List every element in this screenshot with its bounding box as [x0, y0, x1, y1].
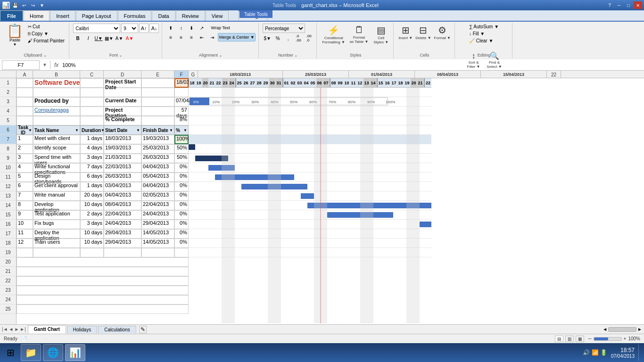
cell-a17[interactable]: 11 [17, 229, 33, 239]
row-num-5[interactable]: 5 [0, 116, 16, 125]
align-middle-btn[interactable]: ↕ [176, 24, 186, 32]
fill-btn[interactable]: ↓ Fill ▼ [468, 31, 500, 37]
tab-insert[interactable]: Insert [50, 10, 75, 21]
row-num-24[interactable]: 24 [0, 295, 16, 304]
align-left-btn[interactable]: ≡ [166, 33, 175, 41]
align-right-btn[interactable]: ≡ [187, 33, 196, 41]
sheet-tab-calculations[interactable]: Calculations [98, 326, 136, 333]
zoom-in-btn[interactable]: + [624, 336, 627, 341]
cell-b14[interactable]: Develop application [33, 201, 80, 210]
sheet-tab-gantt[interactable]: Gantt Chart [28, 325, 66, 334]
cell-d18[interactable]: 29/04/2013 [104, 239, 141, 248]
cell-f1[interactable]: 18/03/2013 [174, 78, 189, 88]
tab-review[interactable]: Review [176, 10, 205, 21]
fill-color-button[interactable]: A▼ [115, 34, 124, 42]
cell-d8[interactable]: 19/03/2013 [104, 144, 141, 154]
sheet-nav-next[interactable]: ► [14, 327, 19, 332]
cell-f11[interactable]: 0% [174, 173, 189, 182]
tab-data[interactable]: Data [152, 10, 175, 21]
cell-f8[interactable]: 50% [174, 144, 189, 154]
formula-expand-btn[interactable]: ▼ [41, 62, 48, 67]
cell-a1[interactable] [17, 78, 33, 88]
dec-decrease-btn[interactable]: .00.0 [304, 34, 314, 42]
col-header-a[interactable]: A [17, 71, 33, 78]
cell-f5[interactable]: 8% [174, 116, 189, 125]
format-as-table-btn[interactable]: 🗒 Formatas Table ▼ [348, 24, 370, 45]
sheet-nav-first[interactable]: |◄ [2, 327, 8, 332]
cell-c1[interactable] [80, 78, 104, 88]
font-color-button[interactable]: A▼ [125, 34, 134, 42]
cell-e18[interactable]: 14/05/2013 [141, 239, 174, 248]
cell-e5[interactable] [141, 116, 174, 125]
cell-d14[interactable]: 08/04/2013 [104, 201, 141, 210]
cell-f4[interactable]: 57 days [174, 107, 189, 116]
cell-b15[interactable]: Test application [33, 210, 80, 220]
row-num-4[interactable]: 4 [0, 107, 16, 116]
taskbar-app-excel[interactable]: 📊 [65, 344, 85, 361]
cell-c3[interactable] [80, 97, 104, 107]
cell-c16[interactable]: 3 days [80, 220, 104, 229]
cell-a7[interactable]: 1 [17, 135, 33, 144]
cell-a5[interactable] [17, 116, 33, 125]
cell-e13[interactable]: 02/05/2013 [141, 191, 174, 201]
cell-e8[interactable]: 25/03/2013 [141, 144, 174, 154]
page-layout-view-btn[interactable]: ▥ [565, 336, 574, 342]
scroll-thumb[interactable] [608, 327, 636, 332]
sheet-nav-prev[interactable]: ◄ [9, 327, 14, 332]
col-header-f[interactable]: F [174, 71, 189, 78]
cell-e19[interactable] [141, 248, 174, 257]
cell-d12[interactable]: 03/04/2013 [104, 182, 141, 191]
cell-abcdef-22[interactable] [17, 276, 189, 286]
row-num-8[interactable]: 8 [0, 144, 16, 154]
col-header-c[interactable]: C [80, 71, 104, 78]
redo-quick-btn[interactable]: ↪ [29, 1, 37, 9]
row-num-2[interactable]: 2 [0, 88, 16, 97]
row-num-12[interactable]: 12 [0, 182, 16, 191]
cell-f10[interactable]: 0% [174, 163, 189, 173]
cell-e4[interactable] [141, 107, 174, 116]
dec-increase-btn[interactable]: .0.00 [294, 34, 303, 42]
col-header-g[interactable]: G [189, 71, 198, 78]
cell-abcdef-23[interactable] [17, 286, 189, 295]
cell-a6[interactable]: Task ID ▼ [17, 125, 33, 135]
cell-a3[interactable] [17, 97, 33, 107]
cell-c4[interactable] [80, 107, 104, 116]
cell-c14[interactable]: 10 days [80, 201, 104, 210]
cell-f18[interactable]: 0% [174, 239, 189, 248]
cell-abcdef-21[interactable] [17, 267, 189, 276]
row-num-25[interactable]: 25 [0, 304, 16, 314]
cell-f19[interactable] [174, 248, 189, 257]
cell-d4[interactable]: Project Duration [104, 107, 141, 116]
cell-c11[interactable]: 6 days [80, 173, 104, 182]
cell-b13[interactable]: Write manual [33, 191, 80, 201]
cut-button[interactable]: ✂ Cut [26, 24, 66, 30]
cell-c13[interactable]: 20 days [80, 191, 104, 201]
row-num-21[interactable]: 21 [0, 267, 16, 276]
row-num-18[interactable]: 18 [0, 239, 16, 248]
underline-button[interactable]: U▼ [94, 34, 103, 42]
cell-e2[interactable] [141, 88, 174, 97]
cell-e17[interactable]: 14/05/2013 [141, 229, 174, 239]
taskbar-app-explorer[interactable]: 📁 [21, 344, 41, 361]
cell-c17[interactable]: 10 days [80, 229, 104, 239]
cell-e14[interactable]: 22/04/2013 [141, 201, 174, 210]
cell-f16[interactable]: 0% [174, 220, 189, 229]
help-btn[interactable]: ? [605, 1, 614, 9]
cell-b17[interactable]: Deploy the application [33, 229, 80, 239]
font-family-select[interactable]: Calibri [73, 24, 120, 33]
cell-d15[interactable]: 22/04/2013 [104, 210, 141, 220]
cell-b5[interactable] [33, 116, 80, 125]
cell-d16[interactable]: 24/04/2013 [104, 220, 141, 229]
cell-b3[interactable]: Produced by [33, 97, 80, 107]
sheet-tab-holidays[interactable]: Holidays [67, 326, 97, 333]
cell-c5[interactable] [80, 116, 104, 125]
cell-e12[interactable]: 04/04/2013 [141, 182, 174, 191]
cell-d9[interactable]: 21/03/2013 [104, 154, 141, 163]
cell-b4[interactable]: Computergaga [33, 107, 80, 116]
cell-f17[interactable]: 0% [174, 229, 189, 239]
cell-c15[interactable]: 2 days [80, 210, 104, 220]
row-num-23[interactable]: 23 [0, 286, 16, 295]
cell-a11[interactable]: 5 [17, 173, 33, 182]
tab-file[interactable]: File [0, 10, 23, 21]
cell-a16[interactable]: 10 [17, 220, 33, 229]
